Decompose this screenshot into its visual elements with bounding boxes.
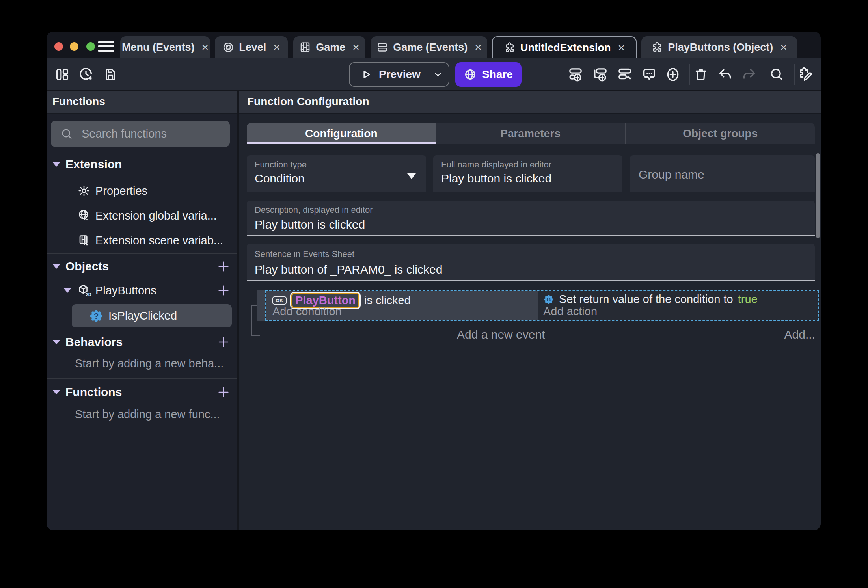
edit-extension-icon[interactable] <box>797 66 814 83</box>
sentence-input[interactable]: Sentence in Events Sheet Play button of … <box>247 244 815 281</box>
tab-untitled-extension[interactable]: UntitledExtension × <box>492 36 637 58</box>
add-condition-button[interactable]: Add condition <box>272 305 342 318</box>
main-header-title: Function Configuration <box>247 95 369 108</box>
action-text: Set return value of the condition to <box>559 293 733 306</box>
sidebar-item-label: Properties <box>95 184 147 197</box>
event-tree-line <box>251 305 252 336</box>
event-tree-line <box>251 335 260 336</box>
version-history-icon[interactable] <box>77 66 95 83</box>
tab-object-groups[interactable]: Object groups <box>625 123 815 144</box>
close-icon[interactable]: × <box>475 41 482 54</box>
tab-configuration[interactable]: Configuration <box>247 123 436 144</box>
sidebar-item-extension-scene-variables[interactable]: Extension scene variab... <box>47 232 237 249</box>
add-comment-icon[interactable] <box>641 66 658 83</box>
field-label: Full name displayed in editor <box>441 160 551 170</box>
tree-item-playbuttons[interactable]: 2D PlayButtons <box>47 282 237 299</box>
full-name-input[interactable]: Full name displayed in editor Play butto… <box>433 155 622 192</box>
section-functions[interactable]: Functions <box>47 383 237 401</box>
chevron-down-icon[interactable] <box>63 288 71 293</box>
tree-item-label: IsPlayClicked <box>108 309 177 322</box>
tab-playbuttons-object[interactable]: PlayButtons (Object) × <box>641 36 797 58</box>
tab-label: Level <box>239 41 266 54</box>
main-menu-icon[interactable] <box>98 41 114 52</box>
condition-text: is clicked <box>364 294 411 307</box>
undo-icon[interactable] <box>717 66 734 83</box>
field-label: Description, displayed in editor <box>255 205 373 215</box>
event-actions-column[interactable]: G Set return value of the condition to t… <box>538 291 818 320</box>
globe-variables-icon <box>78 209 90 222</box>
action-instruction[interactable]: G Set return value of the condition to t… <box>543 293 758 306</box>
vertical-scrollbar[interactable] <box>816 153 820 238</box>
play-icon <box>360 68 373 81</box>
tab-menu-events[interactable]: Menu (Events) × <box>120 36 210 58</box>
add-other-event-icon[interactable] <box>616 66 633 83</box>
close-icon[interactable]: × <box>780 41 787 54</box>
gdevelop-gear-icon: G <box>543 294 554 305</box>
delete-icon[interactable] <box>692 66 710 83</box>
field-value: Play button is clicked <box>255 218 365 231</box>
event-row-selected[interactable]: OK PlayButton is clicked Add condition <box>265 290 819 321</box>
redo-icon[interactable] <box>740 66 758 83</box>
close-icon[interactable]: × <box>618 41 625 54</box>
save-icon[interactable] <box>102 66 119 83</box>
toggle-panels-icon[interactable] <box>54 66 71 83</box>
preview-options-chevron-down-icon[interactable] <box>427 69 449 80</box>
puzzle-icon <box>504 42 516 54</box>
function-type-select[interactable]: Function type Condition <box>247 155 426 192</box>
section-extension[interactable]: Extension <box>47 156 237 173</box>
button-object-icon: OK <box>272 296 287 305</box>
zoom-window-button[interactable] <box>86 42 95 51</box>
add-action-button[interactable]: Add action <box>543 305 597 318</box>
tab-label: Game <box>316 41 345 54</box>
chevron-down-icon[interactable] <box>52 162 60 167</box>
close-icon[interactable]: × <box>202 41 209 54</box>
tree-item-label: PlayButtons <box>95 284 156 297</box>
sidebar-item-properties[interactable]: Properties <box>47 182 237 199</box>
add-object-function-button[interactable] <box>217 284 230 297</box>
search-functions-input[interactable]: Search functions <box>51 121 230 147</box>
add-event-icon[interactable] <box>567 66 584 83</box>
gear-icon <box>78 184 90 197</box>
add-object-button[interactable] <box>217 260 230 273</box>
svg-text:G: G <box>547 296 551 302</box>
film-icon <box>299 41 311 53</box>
add-subevent-icon[interactable] <box>592 66 609 83</box>
close-window-button[interactable] <box>54 42 63 51</box>
share-button[interactable]: Share <box>455 62 522 87</box>
tree-item-isplayclicked-selected[interactable]: ? IsPlayClicked <box>72 304 232 327</box>
functions-empty-hint: Start by adding a new func... <box>75 408 220 421</box>
search-icon[interactable] <box>768 66 785 83</box>
add-behavior-button[interactable] <box>217 335 230 349</box>
sidebar-item-extension-global-variables[interactable]: Extension global varia... <box>47 207 237 224</box>
close-icon[interactable]: × <box>273 41 280 54</box>
event-conditions-column[interactable]: OK PlayButton is clicked Add condition <box>266 291 538 320</box>
sidebar-item-label: Extension scene variab... <box>95 234 223 247</box>
add-function-button[interactable] <box>217 385 230 399</box>
close-icon[interactable]: × <box>352 41 359 54</box>
chevron-down-icon[interactable] <box>52 264 60 269</box>
section-objects[interactable]: Objects <box>47 258 237 275</box>
group-name-input[interactable]: Group name <box>630 155 815 192</box>
preview-label: Preview <box>379 68 421 81</box>
tab-label: Game (Events) <box>393 41 468 54</box>
minimize-window-button[interactable] <box>70 42 78 51</box>
add-more-button[interactable]: Add... <box>784 328 815 341</box>
choose-add-icon[interactable] <box>664 66 682 83</box>
tab-game-events[interactable]: Game (Events) × <box>371 36 487 58</box>
tab-parameters[interactable]: Parameters <box>436 123 625 144</box>
section-title: Extension <box>65 158 122 171</box>
add-new-event-button[interactable]: Add a new event <box>457 328 545 341</box>
toolbar-divider <box>689 64 690 85</box>
puzzle-icon <box>651 41 663 53</box>
description-input[interactable]: Description, displayed in editor Play bu… <box>247 201 815 236</box>
preview-button[interactable]: Preview <box>349 62 449 87</box>
event-selection-strip <box>257 290 265 321</box>
event-tree-line <box>251 305 257 306</box>
chevron-down-icon[interactable] <box>52 340 60 344</box>
chevron-down-icon[interactable] <box>52 390 60 394</box>
field-label: Sentence in Events Sheet <box>255 249 354 259</box>
field-placeholder: Group name <box>639 168 704 181</box>
tab-game[interactable]: Game × <box>293 36 365 58</box>
section-behaviors[interactable]: Behaviors <box>47 333 237 351</box>
tab-level[interactable]: Level × <box>215 36 288 58</box>
